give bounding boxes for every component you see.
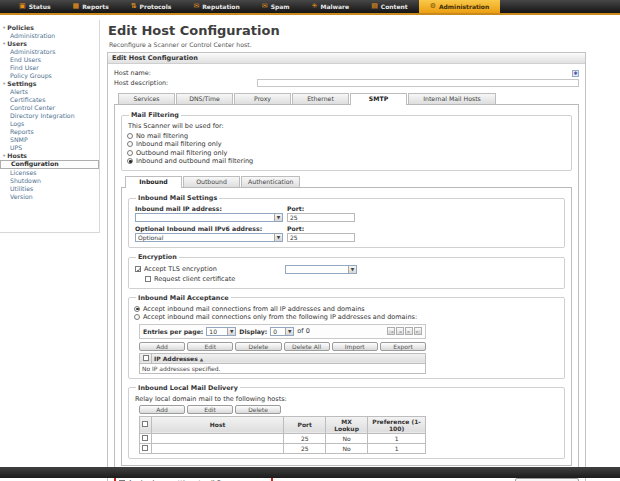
- nav-tab-reputation[interactable]: ✉Reputation: [182, 0, 250, 13]
- sidebar-item-licenses[interactable]: Licenses: [0, 169, 99, 177]
- radio-accept-only-following[interactable]: Accept inbound mail connections only fro…: [134, 314, 559, 321]
- sidebar-item-alerts[interactable]: Alerts: [0, 88, 99, 96]
- page-subtitle: Reconfigure a Scanner or Control Center …: [109, 41, 620, 48]
- sidebar-section-policies[interactable]: ▾Policies: [0, 24, 99, 32]
- row-checkbox[interactable]: [142, 435, 148, 441]
- sidebar-item-find-user[interactable]: Find User: [0, 64, 99, 72]
- sidebar-item-snmp[interactable]: SNMP: [0, 136, 99, 144]
- nav-tab-malware[interactable]: ✳Malware: [301, 0, 361, 13]
- nav-tab-administration[interactable]: ⚙Administration: [419, 0, 501, 13]
- radio-inbound-outbound[interactable]: Inbound and outbound mail filtering: [127, 158, 566, 165]
- ip-import-button[interactable]: Import: [332, 342, 378, 351]
- nav-tab-label: Administration: [439, 3, 489, 10]
- nav-tab-spam[interactable]: ✉Spam: [251, 0, 301, 13]
- row-checkbox[interactable]: [142, 445, 148, 451]
- select-all-checkbox[interactable]: [143, 355, 149, 361]
- page-title: Edit Host Configuration: [108, 23, 620, 38]
- host-name-input[interactable]: [257, 69, 569, 77]
- tab-internal-mail-hosts[interactable]: Internal Mail Hosts: [408, 93, 496, 104]
- tab-proxy[interactable]: Proxy: [234, 93, 291, 104]
- host-description-input[interactable]: [257, 79, 579, 87]
- tab-dns-time[interactable]: DNS/Time: [176, 93, 233, 104]
- subtab-authentication[interactable]: Authentication: [241, 176, 300, 187]
- sidebar-item-utilities[interactable]: Utilities: [0, 185, 99, 193]
- sidebar-item-certificates[interactable]: Certificates: [0, 96, 99, 104]
- sidebar-item-end-users[interactable]: End Users: [0, 56, 99, 64]
- sidebar-item-policy-groups[interactable]: Policy Groups: [0, 72, 99, 80]
- accept-tls-checkbox[interactable]: [135, 266, 141, 272]
- empty-list-message: No IP addresses specified.: [140, 363, 426, 373]
- entries-per-page-select[interactable]: 10▼: [206, 327, 236, 336]
- sidebar-item-administration[interactable]: Administration: [0, 32, 99, 40]
- radio-inbound-only[interactable]: Inbound mail filtering only: [127, 141, 566, 148]
- ip-delete-button[interactable]: Delete: [235, 342, 281, 351]
- sidebar-item-shutdown[interactable]: Shutdown: [0, 177, 99, 185]
- display-select[interactable]: 0▼: [270, 327, 294, 336]
- inbound-ipv6-port-input[interactable]: 25: [287, 233, 355, 242]
- dropdown-arrow-icon: ▼: [285, 328, 293, 335]
- tab-services[interactable]: Services: [118, 93, 175, 104]
- ip-export-button[interactable]: Export: [380, 342, 426, 351]
- radio-no-mail-filtering[interactable]: No mail filtering: [127, 132, 566, 139]
- ip-edit-button[interactable]: Edit: [187, 342, 233, 351]
- pagination-prev-button[interactable]: ◄: [396, 327, 404, 335]
- relay-delete-button[interactable]: Delete: [235, 405, 281, 414]
- relay-host-row[interactable]: 25 No 1: [140, 443, 426, 453]
- subtab-inbound[interactable]: Inbound: [125, 176, 182, 187]
- relay-prompt: Relay local domain mail to the following…: [135, 395, 559, 403]
- sidebar-item-administrators[interactable]: Administrators: [0, 48, 99, 56]
- sidebar-item-directory-integration[interactable]: Directory Integration: [0, 112, 99, 120]
- radio-icon[interactable]: [127, 141, 133, 147]
- radio-icon[interactable]: [127, 133, 133, 139]
- sidebar-section-users[interactable]: ▾Users: [0, 40, 99, 48]
- ip-addresses-column-header[interactable]: IP Addresses ▲: [152, 353, 426, 363]
- nav-tab-reports[interactable]: ▦Reports: [62, 0, 120, 13]
- relay-edit-button[interactable]: Edit: [187, 405, 233, 414]
- pagination-last-button[interactable]: ►|: [414, 327, 422, 335]
- sidebar-item-control-center[interactable]: Control Center: [0, 104, 99, 112]
- request-client-cert-checkbox[interactable]: [145, 276, 151, 282]
- sidebar-section-hosts[interactable]: ▾Hosts: [0, 152, 99, 160]
- inbound-port-input[interactable]: 25: [287, 213, 355, 222]
- relay-add-button[interactable]: Add: [139, 405, 185, 414]
- radio-icon[interactable]: [127, 158, 133, 164]
- sidebar-item-ups[interactable]: UPS: [0, 144, 99, 152]
- radio-outbound-only[interactable]: Outbound mail filtering only: [127, 149, 566, 156]
- main-content: Edit Host Configuration Reconfigure a Sc…: [103, 18, 620, 481]
- ip-delete-all-button[interactable]: Delete All: [284, 342, 330, 351]
- pagination-next-button[interactable]: ►: [405, 327, 413, 335]
- top-nav: ▣Status ▦Reports ⇅Protocols ✉Reputation …: [0, 0, 620, 13]
- radio-icon[interactable]: [134, 306, 140, 312]
- radio-icon[interactable]: [134, 314, 140, 320]
- select-all-checkbox[interactable]: [142, 421, 148, 427]
- advanced-settings-button[interactable]: Advanced Settings: [515, 478, 579, 481]
- ip-add-button[interactable]: Add: [139, 342, 185, 351]
- sidebar-section-settings[interactable]: ▾Settings: [0, 80, 99, 88]
- tls-level-select[interactable]: ▼: [285, 265, 357, 274]
- pagination-first-button[interactable]: |◄: [387, 327, 395, 335]
- nav-tab-content[interactable]: ▤Content: [360, 0, 419, 13]
- inbound-ipv6-select[interactable]: Optional▼: [135, 233, 283, 242]
- malware-icon: ✳: [312, 3, 318, 10]
- tab-ethernet[interactable]: Ethernet: [292, 93, 349, 104]
- sidebar-item-logs[interactable]: Logs: [0, 120, 99, 128]
- pagination: |◄ ◄ ► ►|: [387, 327, 422, 335]
- inbound-ip-select[interactable]: ▼: [135, 213, 283, 222]
- request-client-cert-label: Request client certificate: [154, 275, 235, 283]
- radio-icon[interactable]: [127, 150, 133, 156]
- subtab-outbound[interactable]: Outbound: [183, 176, 240, 187]
- spam-icon: ✉: [262, 3, 268, 10]
- sidebar-item-version[interactable]: Version: [0, 193, 99, 201]
- encryption-legend: Encryption: [136, 253, 179, 261]
- nav-tab-protocols[interactable]: ⇅Protocols: [120, 0, 183, 13]
- sidebar-item-reports[interactable]: Reports: [0, 128, 99, 136]
- inbound-local-mail-delivery-legend: Inbound Local Mail Delivery: [136, 384, 240, 392]
- sidebar-item-configuration[interactable]: Configuration: [0, 160, 99, 169]
- nav-tab-status[interactable]: ▣Status: [8, 0, 62, 13]
- collapse-icon: ▾: [3, 26, 5, 31]
- tab-smtp[interactable]: SMTP: [350, 93, 407, 104]
- display-label: Display:: [239, 328, 267, 335]
- config-tabs: Services DNS/Time Proxy Ethernet SMTP In…: [114, 93, 579, 105]
- radio-accept-all[interactable]: Accept inbound mail connections from all…: [134, 305, 559, 312]
- relay-host-row[interactable]: 25 No 1: [140, 433, 426, 443]
